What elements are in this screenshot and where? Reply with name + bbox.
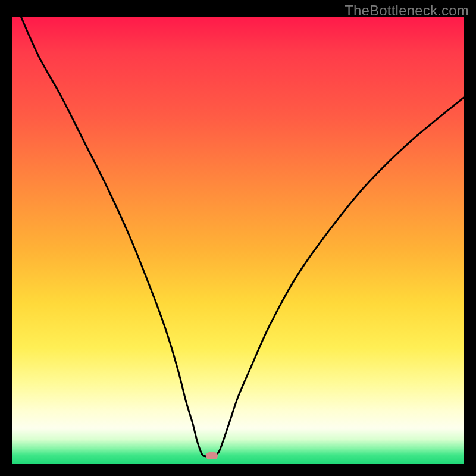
watermark-text: TheBottleneck.com — [345, 2, 469, 19]
bottleneck-curve — [12, 17, 464, 464]
minimum-marker — [206, 452, 218, 459]
plot-area — [12, 17, 464, 464]
chart-frame: TheBottleneck.com — [0, 0, 476, 476]
